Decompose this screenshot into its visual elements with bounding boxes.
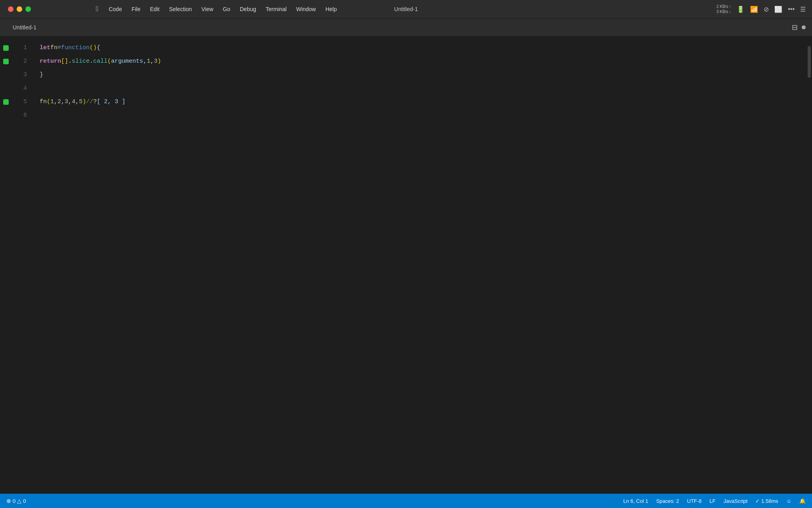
menu-help[interactable]: Help	[322, 4, 341, 14]
close-button[interactable]	[8, 6, 13, 12]
more-icon[interactable]: •••	[788, 6, 795, 13]
line-number-3: 3	[12, 68, 31, 82]
scrollbar-thumb[interactable]	[808, 46, 811, 78]
warning-number: 0	[23, 498, 26, 504]
code-editor[interactable]: let fn = function() { return [].slice.ca…	[36, 37, 806, 494]
timing: ✓ 1.58ms	[755, 498, 778, 504]
encoding[interactable]: UTF-8	[687, 498, 702, 504]
line-number-5: 5	[12, 95, 31, 109]
menu-code[interactable]: Code	[105, 4, 126, 14]
breakpoints-gutter	[0, 37, 12, 494]
apple-menu[interactable]: 	[91, 4, 103, 15]
split-editor-button[interactable]: ⊟	[792, 23, 798, 32]
titlebar-left	[0, 6, 87, 12]
indentation[interactable]: Spaces: 2	[656, 498, 679, 504]
traffic-lights	[8, 6, 31, 12]
menu-file[interactable]: File	[128, 4, 145, 14]
battery-icon: 🔋	[737, 6, 745, 13]
network-up: 2 KB/s ↑	[716, 4, 731, 9]
minimize-button[interactable]	[17, 6, 22, 12]
line-number-2: 2	[12, 55, 31, 68]
language-mode[interactable]: JavaScript	[724, 498, 748, 504]
breakpoint-2[interactable]	[0, 55, 12, 68]
titlebar:  Code File Edit Selection View Go Debug…	[0, 0, 812, 19]
unsaved-indicator	[802, 25, 806, 29]
status-right: Ln 6, Col 1 Spaces: 2 UTF-8 LF JavaScrip…	[623, 498, 806, 504]
vertical-scrollbar[interactable]	[806, 37, 812, 494]
menu-terminal[interactable]: Terminal	[262, 4, 291, 14]
tab-untitled1[interactable]: Untitled-1	[6, 22, 43, 33]
list-icon[interactable]: ☰	[800, 6, 806, 13]
titlebar-right: 2 KB/s ↑ 3 KB/s ↓ 🔋 📶 ⊘ ⬜ ••• ☰	[716, 4, 812, 14]
tab-bar: Untitled-1 ⊟	[0, 19, 812, 37]
breakpoint-3[interactable]	[0, 68, 12, 82]
editor-main[interactable]: 123456 let fn = function() { return [].s…	[0, 37, 812, 494]
breakpoint-1[interactable]	[0, 41, 12, 55]
menu-go[interactable]: Go	[219, 4, 234, 14]
cursor-position[interactable]: Ln 6, Col 1	[623, 498, 648, 504]
menu-debug[interactable]: Debug	[236, 4, 260, 14]
error-count[interactable]: ⊗ 0 △ 0	[6, 498, 26, 504]
smiley-icon[interactable]: ☺	[786, 498, 791, 504]
tab-actions: ⊟	[792, 23, 806, 32]
network-down: 3 KB/s ↓	[716, 9, 731, 14]
maximize-button[interactable]	[25, 6, 31, 12]
warning-icon: △	[17, 498, 21, 504]
breakpoint-5[interactable]	[0, 95, 12, 109]
line-number-6: 6	[12, 109, 31, 122]
error-icon: ⊗	[6, 498, 11, 504]
line-numbers: 123456	[12, 37, 36, 494]
line-number-1: 1	[12, 41, 31, 55]
line-ending[interactable]: LF	[710, 498, 716, 504]
menu-view[interactable]: View	[197, 4, 217, 14]
screentime-icon: ⊘	[764, 6, 769, 13]
wifi-icon: 📶	[750, 6, 758, 13]
window-title: Untitled-1	[394, 6, 418, 12]
breakpoint-4[interactable]	[0, 82, 12, 95]
code-line-3: }	[36, 68, 806, 82]
menu-selection[interactable]: Selection	[165, 4, 196, 14]
code-line-4	[36, 82, 806, 95]
cast-icon: ⬜	[774, 6, 782, 13]
error-number: 0	[13, 498, 15, 504]
code-line-5: fn(1, 2, 3, 4, 5) // ? [ 2, 3 ]	[36, 95, 806, 109]
menu-edit[interactable]: Edit	[146, 4, 163, 14]
notification-bell-icon[interactable]: 🔔	[799, 498, 806, 504]
code-line-2: return [].slice.call(arguments, 1, 3)	[36, 55, 806, 68]
editor-container: 123456 let fn = function() { return [].s…	[0, 37, 812, 494]
network-status: 2 KB/s ↑ 3 KB/s ↓	[716, 4, 731, 14]
status-left: ⊗ 0 △ 0	[6, 498, 26, 504]
code-line-1: let fn = function() {	[36, 41, 806, 55]
breakpoint-6[interactable]	[0, 109, 12, 122]
line-number-4: 4	[12, 82, 31, 95]
code-line-6	[36, 109, 806, 122]
status-bar: ⊗ 0 △ 0 Ln 6, Col 1 Spaces: 2 UTF-8 LF J…	[0, 494, 812, 508]
menu-window[interactable]: Window	[292, 4, 320, 14]
